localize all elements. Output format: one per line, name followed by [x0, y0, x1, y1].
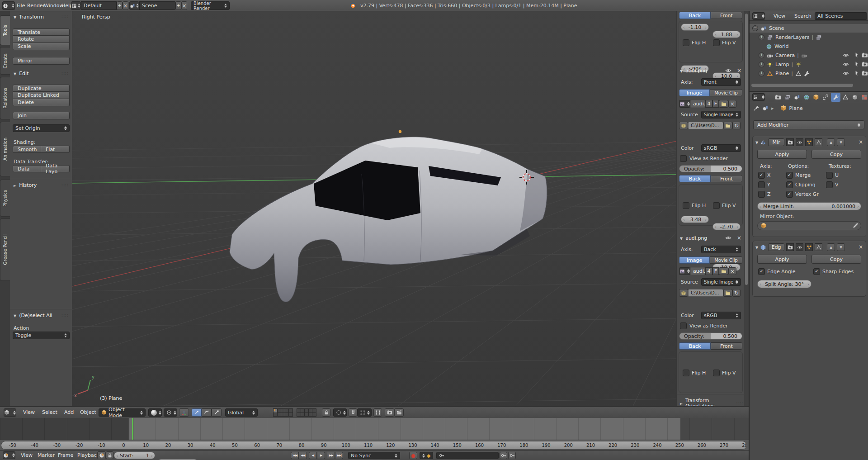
mirror-merge[interactable]: Merge	[786, 172, 811, 179]
scene-name-field[interactable]: Scene	[139, 1, 175, 10]
bgimg1-image-browse[interactable]	[679, 100, 690, 108]
eye-icon[interactable]	[843, 61, 849, 67]
outliner-hscrollbar[interactable]	[751, 84, 853, 87]
bgimg2-flipv[interactable]: Flip V	[713, 370, 736, 376]
car-model[interactable]	[230, 137, 547, 302]
move-up-button[interactable]	[827, 243, 835, 251]
mirror-object-field[interactable]	[757, 221, 861, 230]
modifier-name-field[interactable]: Mir	[768, 138, 784, 146]
menu-object[interactable]: Object	[79, 407, 98, 418]
bgimg1-front-button[interactable]: Front	[711, 175, 742, 182]
manipulator-toggle[interactable]	[179, 408, 189, 417]
tab-relations[interactable]: Relations	[0, 77, 10, 119]
jump-to-end-button[interactable]	[335, 452, 343, 459]
editor-type-button[interactable]	[4, 408, 16, 417]
outliner-row-renderlayers[interactable]: RenderLayers	[750, 33, 868, 42]
n-panel-scrollbar[interactable]	[745, 14, 748, 285]
bgimg2-movieclip-tab[interactable]: Movie Clip	[710, 256, 742, 264]
show-cage-toggle[interactable]	[815, 243, 822, 251]
bgimg1-y-field[interactable]: -2.70	[712, 223, 741, 230]
timeline-ruler[interactable]: -50-40-30-20-100102030405060708090100110…	[0, 440, 749, 450]
data-button[interactable]: Data	[13, 165, 41, 172]
bgimg1-browse-path-button[interactable]	[723, 122, 732, 129]
checkbox[interactable]	[786, 191, 793, 198]
cursor-icon[interactable]	[854, 61, 860, 67]
menu-select[interactable]: Select	[41, 407, 59, 418]
show-edit-toggle[interactable]	[805, 138, 813, 146]
bgimg2-source-select[interactable]: Single Image	[701, 278, 741, 286]
expand-icon[interactable]	[759, 62, 764, 67]
editor-type-button[interactable]	[752, 12, 765, 20]
bgimg2-pack-button[interactable]	[679, 289, 688, 297]
tab-grease-pencil[interactable]: Grease Pencil	[0, 218, 10, 281]
menu-view[interactable]: View	[772, 11, 787, 21]
editor-type-button[interactable]	[2, 1, 15, 10]
expand-icon[interactable]	[759, 52, 764, 58]
camera-icon[interactable]	[862, 70, 868, 76]
outliner-row-world[interactable]: World	[750, 42, 868, 51]
outliner-row-scene[interactable]: Scene	[750, 24, 868, 33]
outliner-row-camera[interactable]: Camera	[750, 51, 868, 60]
menu-add[interactable]: Add	[63, 407, 75, 418]
checkbox[interactable]	[680, 155, 687, 162]
bgimg2-reload-button[interactable]	[732, 289, 741, 297]
bgimg1-image-tab[interactable]: Image	[679, 89, 710, 96]
bgimg2-browse-path-button[interactable]	[723, 289, 732, 297]
shade-flat-button[interactable]: Flat	[41, 146, 70, 153]
mirror-copy-button[interactable]: Copy	[811, 150, 861, 159]
tab-create[interactable]: Create	[0, 47, 10, 75]
bgimg-top-flipv[interactable]: Flip V	[713, 39, 736, 46]
snap-toggle[interactable]	[349, 408, 357, 417]
edgesplit-copy-button[interactable]: Copy	[811, 255, 861, 264]
data-layout-button[interactable]: Data Layo	[41, 165, 70, 172]
panel-transform-header[interactable]: Transform	[14, 14, 69, 20]
layers-grid-1[interactable]	[273, 408, 293, 417]
mirror-button[interactable]: Mirror	[13, 57, 70, 65]
prev-keyframe-button[interactable]	[299, 452, 307, 459]
mirror-apply-button[interactable]: Apply	[757, 150, 807, 159]
show-edit-toggle[interactable]	[805, 243, 813, 251]
bgimg1-fliph[interactable]: Flip H	[683, 202, 706, 209]
bgimg1-pack-button[interactable]	[679, 122, 688, 129]
play-button[interactable]	[317, 452, 325, 459]
checkbox[interactable]	[826, 172, 833, 179]
bgimg1-unlink-button[interactable]	[728, 100, 736, 108]
menu-view[interactable]: View	[19, 451, 34, 460]
layout-add-button[interactable]	[117, 1, 123, 10]
play-reverse-button[interactable]	[309, 452, 317, 459]
close-icon[interactable]	[737, 235, 741, 241]
menu-frame[interactable]: Frame	[57, 451, 75, 460]
bgimg1-flipv[interactable]: Flip V	[713, 202, 736, 209]
bgimg1-open-button[interactable]	[719, 100, 728, 108]
insert-keyframe-button[interactable]	[500, 452, 507, 459]
editor-type-button[interactable]	[3, 451, 15, 459]
bgimg1-fake-user-button[interactable]: F	[712, 100, 719, 108]
tab-scene-icon[interactable]	[794, 94, 800, 100]
eye-icon[interactable]	[843, 70, 849, 76]
modifier-name-field[interactable]: Edg	[768, 243, 784, 251]
use-preview-range-button[interactable]	[97, 451, 106, 459]
render-toggle[interactable]	[786, 138, 794, 146]
tab-tools[interactable]: Tools	[0, 15, 10, 45]
mirror-texture-v[interactable]: V	[826, 181, 839, 188]
bgimg1-filepath-field[interactable]: C:\Users\D...	[688, 122, 723, 129]
panel-history-header[interactable]: History	[14, 182, 69, 188]
lock-to-scene-button[interactable]	[322, 408, 330, 417]
bgimg1-users-button[interactable]: 4	[705, 100, 712, 108]
eye-icon[interactable]	[843, 52, 849, 58]
scene-delete-button[interactable]	[181, 1, 187, 10]
show-viewport-toggle[interactable]	[796, 243, 803, 251]
mirror-axis-y[interactable]: Y	[758, 181, 770, 188]
snap-grid-button[interactable]	[373, 408, 382, 417]
bgimg2-colorspace-select[interactable]: sRGB	[701, 312, 741, 319]
expand-icon[interactable]	[759, 71, 764, 76]
edge-angle-checkbox[interactable]: Edge Angle	[758, 268, 795, 275]
bgimg2-front-button[interactable]: Front	[711, 342, 742, 350]
tab-texture-icon[interactable]	[861, 94, 868, 100]
bgimg2-fliph[interactable]: Flip H	[683, 370, 706, 376]
layout-delete-button[interactable]	[123, 1, 128, 10]
checkbox[interactable]	[758, 172, 765, 179]
mirror-axis-x[interactable]: X	[758, 172, 771, 179]
opengl-render-anim-button[interactable]	[394, 408, 404, 417]
bgimg-top-y-field[interactable]: 1.88	[712, 31, 741, 38]
